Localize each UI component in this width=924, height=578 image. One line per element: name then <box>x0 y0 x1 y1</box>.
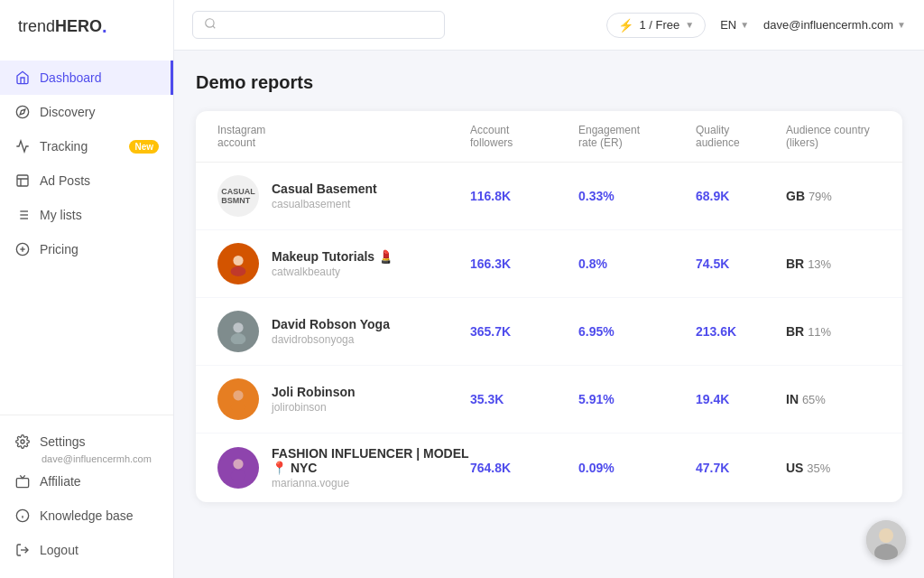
metric-er: 0.09% <box>578 461 696 475</box>
table-row[interactable]: Joli Robinson jolirobinson 35.3K 5.91% 1… <box>196 366 902 434</box>
svg-point-25 <box>231 401 246 412</box>
svg-point-26 <box>233 459 243 469</box>
tracking-new-badge: New <box>129 140 159 154</box>
col-header-er: Engagement rate (ER) <box>578 124 696 149</box>
logo-text-trend: trend <box>18 17 55 36</box>
topbar-right: ⚡ 1 / Free ▼ EN ▼ dave@influencermh.com … <box>606 13 906 38</box>
metric-quality: 47.7K <box>696 461 786 475</box>
lists-icon <box>14 207 31 223</box>
sidebar-item-pricing[interactable]: Pricing <box>0 232 173 266</box>
avatar: CASUALBSMNT <box>217 175 259 217</box>
country-cell: BR 13% <box>786 256 902 271</box>
country-code: BR <box>786 256 804 271</box>
sidebar-item-settings[interactable]: Settings <box>0 426 173 453</box>
country-cell: GB 79% <box>786 189 902 203</box>
table-row[interactable]: Makeup Tutorials 💄 catwalkbeauty 166.3K … <box>196 230 902 298</box>
logout-icon <box>14 542 31 558</box>
col-label-country: Audience country <box>786 124 902 136</box>
discovery-icon <box>14 104 31 120</box>
metric-followers: 365.7K <box>470 324 578 339</box>
metric-quality: 19.4K <box>696 392 786 406</box>
sidebar-label-my-lists: My lists <box>40 208 82 222</box>
user-email[interactable]: dave@influencermh.com ▼ <box>763 18 906 32</box>
table-row[interactable]: David Robson Yoga davidrobsonyoga 365.7K… <box>196 298 902 366</box>
metric-followers: 116.8K <box>470 189 578 203</box>
bolt-icon: ⚡ <box>618 18 633 33</box>
user-chevron-icon: ▼ <box>897 20 906 30</box>
sidebar-item-logout[interactable]: Logout <box>0 533 173 567</box>
country-cell: IN 65% <box>786 392 902 406</box>
influencer-handle: marianna.vogue <box>272 477 470 489</box>
lang-text: EN <box>720 18 736 32</box>
influencer-name: Joli Robinson <box>272 385 356 399</box>
svg-point-18 <box>206 19 214 27</box>
user-email-text: dave@influencermh.com <box>763 18 893 32</box>
sidebar-label-knowledge-base: Knowledge base <box>40 508 134 523</box>
sidebar-label-pricing: Pricing <box>40 242 79 256</box>
sidebar-item-affiliate[interactable]: Affiliate <box>0 464 173 499</box>
demo-reports-table: Instagram account Account followers Enga… <box>196 111 902 502</box>
sidebar-label-logout: Logout <box>40 543 79 557</box>
col-header-country: Audience country (likers) <box>786 124 902 149</box>
search-icon <box>204 17 217 33</box>
table-header: Instagram account Account followers Enga… <box>196 111 902 163</box>
sidebar: trendHERO. Dashboard Discovery Tracking … <box>0 0 174 578</box>
sidebar-label-affiliate: Affiliate <box>40 474 81 489</box>
lang-selector[interactable]: EN ▼ <box>720 18 749 32</box>
influencer-name: David Robson Yoga <box>272 317 390 331</box>
country-pct: 13% <box>808 257 831 271</box>
country-pct: 79% <box>808 190 832 203</box>
country-code: IN <box>786 392 799 406</box>
influencer-handle: jolirobinson <box>272 401 356 414</box>
avatar <box>217 243 259 284</box>
metric-er: 5.91% <box>578 392 696 406</box>
metric-quality: 68.9K <box>696 189 786 203</box>
col-label-er2: rate (ER) <box>578 136 696 149</box>
logo[interactable]: trendHERO. <box>0 0 173 53</box>
sidebar-item-my-lists[interactable]: My lists <box>0 198 173 232</box>
col-label-quality: Quality <box>696 124 786 136</box>
country-code: GB <box>786 189 805 203</box>
sidebar-item-dashboard[interactable]: Dashboard <box>0 61 173 95</box>
avatar <box>217 447 259 489</box>
metric-followers: 35.3K <box>470 392 578 406</box>
metric-followers: 764.8K <box>470 461 578 475</box>
avatar <box>217 378 259 420</box>
support-avatar[interactable] <box>866 520 906 560</box>
search-input[interactable] <box>224 18 433 33</box>
influencer-handle: davidrobsonyoga <box>272 333 390 346</box>
influencer-name: Casual Basement <box>272 182 377 196</box>
col-label-er: Engagement <box>578 124 696 136</box>
sidebar-item-discovery[interactable]: Discovery <box>0 95 173 129</box>
search-box[interactable] <box>192 11 445 39</box>
country-code: BR <box>786 324 804 339</box>
sidebar-label-ad-posts: Ad Posts <box>40 173 90 188</box>
country-pct: 35% <box>807 461 830 475</box>
col-label-followers2: followers <box>470 136 578 149</box>
country-cell: US 35% <box>786 461 902 475</box>
influencer-handle: casualbasement <box>272 198 377 210</box>
info-icon <box>14 508 31 524</box>
col-header-account: Instagram account <box>217 124 470 149</box>
home-icon <box>14 70 31 86</box>
col-header-followers: Account followers <box>470 124 578 149</box>
sidebar-item-knowledge-base[interactable]: Knowledge base <box>0 499 173 533</box>
svg-point-0 <box>16 106 28 117</box>
sidebar-label-dashboard: Dashboard <box>40 70 102 85</box>
table-row[interactable]: FASHION INFLUENCER | MODEL 📍 NYC mariann… <box>196 434 902 502</box>
sidebar-label-discovery: Discovery <box>40 105 95 119</box>
main-content: ⚡ 1 / Free ▼ EN ▼ dave@influencermh.com … <box>174 0 924 578</box>
svg-point-27 <box>231 470 246 480</box>
plan-badge[interactable]: ⚡ 1 / Free ▼ <box>606 13 706 38</box>
svg-point-20 <box>233 256 243 266</box>
influencer-name: FASHION INFLUENCER | MODEL 📍 NYC <box>272 446 470 475</box>
svg-rect-13 <box>16 479 28 488</box>
influencer-cell: Joli Robinson jolirobinson <box>217 378 470 420</box>
sidebar-label-tracking: Tracking <box>40 139 88 154</box>
svg-point-21 <box>231 266 246 276</box>
svg-point-23 <box>231 333 246 344</box>
sidebar-item-tracking[interactable]: Tracking New <box>0 129 173 163</box>
sidebar-item-ad-posts[interactable]: Ad Posts <box>0 163 173 198</box>
table-row[interactable]: CASUALBSMNT Casual Basement casualbaseme… <box>196 163 902 230</box>
page-title: Demo reports <box>196 72 902 93</box>
